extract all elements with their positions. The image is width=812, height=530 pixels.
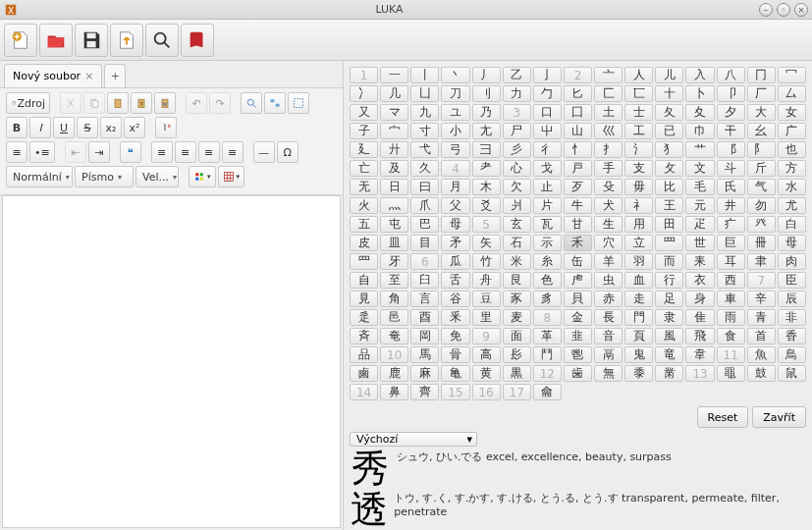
radical-cell[interactable]: 谷 bbox=[441, 291, 469, 307]
radical-cell[interactable]: 一 bbox=[380, 67, 408, 83]
export-button[interactable] bbox=[110, 24, 143, 57]
radical-cell[interactable]: ⺲ bbox=[655, 235, 683, 251]
align-right-button[interactable]: ≡ bbox=[198, 141, 220, 163]
radical-cell[interactable]: ユ bbox=[441, 104, 469, 121]
radical-cell[interactable]: 巛 bbox=[594, 123, 623, 139]
radical-cell[interactable]: 食 bbox=[717, 328, 745, 344]
radical-cell[interactable]: 臼 bbox=[410, 272, 439, 289]
stroke-count-cell[interactable]: 15 bbox=[441, 384, 469, 400]
radical-cell[interactable]: 水 bbox=[778, 179, 806, 195]
radical-cell[interactable]: 弋 bbox=[410, 141, 439, 158]
stroke-count-cell[interactable]: 17 bbox=[503, 384, 531, 400]
radical-cell[interactable]: 曰 bbox=[410, 179, 439, 195]
bold-button[interactable]: B bbox=[6, 117, 27, 138]
text-color-button[interactable]: ▾ bbox=[189, 166, 216, 187]
radical-cell[interactable]: 歯 bbox=[564, 365, 592, 382]
radical-cell[interactable]: 子 bbox=[350, 123, 378, 139]
radical-cell[interactable]: 田 bbox=[655, 216, 683, 233]
source-button[interactable]: ◦ Zdroj bbox=[6, 92, 50, 114]
radical-cell[interactable]: 肉 bbox=[778, 253, 806, 270]
radical-cell[interactable]: 斉 bbox=[350, 328, 378, 344]
radical-cell[interactable]: 手 bbox=[594, 160, 623, 177]
result-item[interactable]: 透トウ, す.く, す.かす, す.ける, とう.る, とう.す transpa… bbox=[350, 490, 806, 529]
radical-cell[interactable]: ⺡ bbox=[624, 141, 653, 158]
radical-cell[interactable]: 氏 bbox=[717, 179, 745, 195]
radical-cell[interactable]: ⺖ bbox=[564, 141, 592, 158]
stroke-count-cell[interactable]: 8 bbox=[533, 309, 562, 326]
radical-cell[interactable]: 牛 bbox=[564, 197, 592, 214]
blockquote-button[interactable]: ❝ bbox=[120, 141, 141, 163]
radical-cell[interactable]: ⻖ bbox=[747, 141, 776, 158]
sort-dropdown[interactable]: Výchozí ▾ bbox=[350, 432, 477, 447]
radical-cell[interactable]: ⺾ bbox=[685, 141, 714, 158]
radical-cell[interactable]: 癶 bbox=[747, 216, 776, 233]
editor-canvas[interactable] bbox=[2, 195, 341, 528]
radical-cell[interactable]: 斤 bbox=[747, 160, 776, 177]
format-dropdown[interactable]: Normální▾ bbox=[6, 166, 73, 187]
find-button[interactable] bbox=[241, 92, 262, 114]
radical-cell[interactable]: 厂 bbox=[747, 85, 776, 102]
radical-cell[interactable]: 十 bbox=[655, 85, 683, 102]
radical-cell[interactable]: 豆 bbox=[472, 291, 501, 307]
radical-cell[interactable]: 卜 bbox=[685, 85, 714, 102]
radical-cell[interactable]: 勹 bbox=[533, 85, 562, 102]
radical-cell[interactable]: 鬥 bbox=[533, 346, 562, 363]
radical-cell[interactable]: 邑 bbox=[380, 309, 408, 326]
radical-cell[interactable]: 火 bbox=[350, 197, 378, 214]
radical-cell[interactable]: 干 bbox=[717, 123, 745, 139]
save-button[interactable] bbox=[75, 24, 108, 57]
strike-button[interactable]: S bbox=[77, 117, 98, 138]
radical-cell[interactable]: 至 bbox=[380, 272, 408, 289]
align-left-button[interactable]: ≡ bbox=[151, 141, 173, 163]
radical-cell[interactable]: 鼠 bbox=[778, 365, 806, 382]
radical-cell[interactable]: 巨 bbox=[717, 235, 745, 251]
radical-cell[interactable]: 隶 bbox=[655, 309, 683, 326]
radical-cell[interactable]: 鹿 bbox=[380, 365, 408, 382]
radical-cell[interactable]: 血 bbox=[624, 272, 653, 289]
radical-cell[interactable]: 夕 bbox=[717, 104, 745, 121]
radical-cell[interactable]: 羽 bbox=[624, 253, 653, 270]
radical-cell[interactable]: 攵 bbox=[655, 160, 683, 177]
radical-cell[interactable]: 行 bbox=[655, 272, 683, 289]
add-tab-button[interactable]: + bbox=[104, 64, 126, 87]
radical-cell[interactable]: 幺 bbox=[747, 123, 776, 139]
radical-cell[interactable]: 虍 bbox=[564, 272, 592, 289]
radical-cell[interactable]: 色 bbox=[533, 272, 562, 289]
radical-cell[interactable]: 欠 bbox=[503, 179, 531, 195]
radical-cell[interactable]: 无 bbox=[350, 179, 378, 195]
radical-cell[interactable]: 鼓 bbox=[747, 365, 776, 382]
radical-cell[interactable]: 香 bbox=[778, 328, 806, 344]
radical-cell[interactable]: 龠 bbox=[533, 384, 562, 400]
radical-cell[interactable]: ⺫ bbox=[350, 253, 378, 270]
radical-cell[interactable]: 王 bbox=[655, 197, 683, 214]
radical-cell[interactable]: 馬 bbox=[410, 346, 439, 363]
radical-cell[interactable]: 竹 bbox=[472, 253, 501, 270]
radical-cell[interactable]: 父 bbox=[441, 197, 469, 214]
radical-cell[interactable]: 音 bbox=[594, 328, 623, 344]
font-dropdown[interactable]: Písmo▾ bbox=[75, 166, 134, 187]
radical-cell[interactable]: 無 bbox=[594, 365, 623, 382]
radical-cell[interactable]: 玄 bbox=[503, 216, 531, 233]
radical-cell[interactable]: 元 bbox=[685, 197, 714, 214]
radical-cell[interactable]: 韭 bbox=[564, 328, 592, 344]
radical-cell[interactable]: 弓 bbox=[441, 141, 469, 158]
radical-cell[interactable]: 里 bbox=[472, 309, 501, 326]
radical-cell[interactable]: 丨 bbox=[410, 67, 439, 83]
stroke-count-cell[interactable]: 7 bbox=[747, 272, 776, 289]
radical-cell[interactable]: 卩 bbox=[717, 85, 745, 102]
radical-cell[interactable]: 文 bbox=[685, 160, 714, 177]
radical-cell[interactable]: 彳 bbox=[533, 141, 562, 158]
radical-cell[interactable]: 广 bbox=[778, 123, 806, 139]
radical-cell[interactable]: 廴 bbox=[350, 141, 378, 158]
radical-cell[interactable]: 豕 bbox=[503, 291, 531, 307]
radical-cell[interactable]: 白 bbox=[778, 216, 806, 233]
hr-button[interactable]: — bbox=[253, 141, 275, 163]
radical-cell[interactable]: 面 bbox=[503, 328, 531, 344]
radical-cell[interactable]: 舟 bbox=[472, 272, 501, 289]
radical-cell[interactable]: 夂 bbox=[655, 104, 683, 121]
radical-cell[interactable]: 貝 bbox=[564, 291, 592, 307]
radical-cell[interactable]: ⺣ bbox=[380, 197, 408, 214]
radical-cell[interactable]: 口 bbox=[533, 104, 562, 121]
tab-close-icon[interactable]: × bbox=[84, 70, 93, 82]
radical-cell[interactable]: 身 bbox=[685, 291, 714, 307]
